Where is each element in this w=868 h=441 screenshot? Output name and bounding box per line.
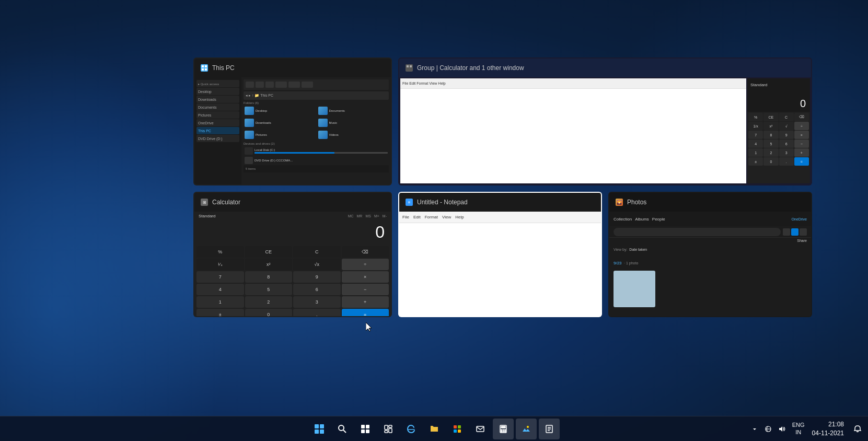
notepad-window[interactable]: ≡ Untitled - Notepad File Edit Format Vi…	[398, 192, 602, 317]
taskbar-notepad-button[interactable]	[539, 419, 560, 439]
notepad-title: Untitled - Notepad	[417, 199, 468, 206]
calc-big-num: 0	[375, 223, 385, 242]
taskbar-calculator-button[interactable]	[493, 419, 514, 439]
calculator-content: Standard MC MR MS M+ M- 0 % CE C ⌫ ¹⁄ₓ x…	[194, 212, 391, 316]
lang-indicator[interactable]: ENG IN	[792, 422, 805, 435]
calculator-icon: ⊞	[201, 199, 208, 206]
cb-eq: =	[342, 309, 389, 317]
svg-point-23	[501, 430, 502, 431]
cb-3: 3	[293, 296, 341, 308]
store-button[interactable]	[447, 419, 468, 439]
svg-rect-9	[366, 425, 369, 428]
cb-c: C	[293, 246, 341, 258]
calc-mem-m+: M+	[374, 214, 379, 218]
sidebar-documents: Documents	[196, 103, 239, 111]
taskbar: ENG IN 21:08 04-11-2021	[0, 416, 868, 441]
notepad-menu-file: File	[402, 215, 409, 219]
drive-d-info: DVD Drive (D:) CCCOMA...	[254, 159, 388, 162]
photos-window[interactable]: 🌄 Photos Collection Albums People OneDri…	[608, 192, 812, 317]
edge-button[interactable]	[401, 419, 422, 439]
photos-share-label: Share	[797, 239, 807, 242]
gcb-ce: CE	[763, 113, 778, 121]
photos-search	[614, 228, 781, 236]
cb-dot: .	[293, 309, 341, 317]
svg-rect-11	[366, 430, 369, 433]
notification-button[interactable]	[851, 423, 864, 435]
svg-rect-19	[458, 430, 461, 433]
photos-year: 9/23 · 1 photo	[609, 255, 811, 269]
tray-chevron[interactable]	[748, 423, 761, 435]
notepad-statusbar: Ln 1 Col 1 100% Windows (CRLF) UTF-8	[399, 316, 601, 317]
cb-sub: −	[342, 284, 389, 295]
group-calculator: Standard 0 % CE C ⌫ 1/x x² √ ÷ 7 8 9	[747, 78, 810, 183]
start-button[interactable]	[309, 419, 330, 439]
search-button[interactable]	[332, 419, 353, 439]
svg-rect-4	[407, 65, 409, 67]
gcb-mul: ×	[794, 131, 809, 139]
tray-network[interactable]	[762, 423, 774, 435]
calc-mem-m-: M-	[383, 214, 387, 218]
svg-line-7	[343, 430, 346, 433]
clock-date: 04-11-2021	[812, 429, 844, 438]
tray-sound[interactable]	[776, 423, 788, 435]
widgets-button[interactable]	[378, 419, 399, 439]
calculator-window[interactable]: ⊞ Calculator Standard MC MR MS M+ M- 0 %…	[193, 192, 392, 317]
photos-nav-people: People	[652, 217, 665, 222]
gcb-add: +	[794, 148, 809, 157]
notepad-body	[399, 223, 601, 316]
group-icon	[406, 64, 413, 72]
folder-documents-label: Documents	[329, 109, 345, 112]
cb-div: ÷	[342, 259, 389, 270]
svg-rect-17	[458, 425, 461, 428]
folder-videos: Videos	[317, 130, 389, 140]
folders-label: Folders (6)	[244, 101, 389, 105]
folder-desktop-label: Desktop	[256, 109, 267, 112]
gcb-1: 1	[748, 148, 763, 157]
sidebar-quickaccess: ▸ Quick access	[196, 80, 239, 87]
clock[interactable]: 21:08 04-11-2021	[809, 419, 847, 439]
explorer-button[interactable]	[424, 419, 445, 439]
svg-rect-18	[454, 430, 457, 433]
folder-videos-icon	[318, 131, 328, 139]
address-text: ◂ ▸ ↑ 📁 This PC	[246, 94, 273, 98]
file-statusbar: 5 items	[244, 165, 389, 172]
drive-c-icon	[245, 147, 253, 155]
taskbar-photos-button[interactable]	[516, 419, 537, 439]
gcb-sq: x²	[763, 122, 778, 130]
mail-button[interactable]	[470, 419, 491, 439]
calc-mem-mr: MR	[357, 214, 363, 218]
cb-1: 1	[196, 296, 244, 308]
sidebar-thispc: This PC	[196, 127, 239, 134]
group-calc-display: 0	[747, 91, 810, 112]
photos-viewby: View by: Date taken	[609, 243, 811, 255]
svg-rect-12	[385, 425, 388, 430]
thispc-title: This PC	[212, 64, 235, 72]
gcb-dot: .	[779, 157, 794, 166]
folder-downloads: Downloads	[244, 118, 316, 128]
cb-9: 9	[293, 271, 341, 283]
drive-c-bar-bg	[254, 152, 388, 154]
photos-nav: Collection Albums People OneDrive	[609, 212, 811, 226]
taskview-button[interactable]	[355, 419, 376, 439]
photos-onedrive: OneDrive	[791, 217, 807, 221]
gcb-c: C	[779, 113, 794, 121]
folder-documents-icon	[318, 107, 328, 115]
calc-std-header: Standard MC MR MS M+ M-	[194, 212, 391, 220]
svg-rect-15	[389, 428, 392, 433]
cb-8: 8	[245, 271, 293, 283]
gcb-3: 3	[779, 148, 794, 157]
logo-sq1	[315, 424, 319, 428]
gcb-back: ⌫	[794, 113, 809, 121]
cb-mul: ×	[342, 271, 389, 283]
cb-sqrt: √x	[293, 259, 341, 270]
notepad-menu-edit: Edit	[413, 215, 421, 219]
logo-sq3	[315, 430, 319, 434]
logo-sq2	[320, 424, 324, 428]
svg-rect-3	[205, 68, 207, 71]
file-toolbar	[244, 79, 389, 90]
group-notepad-body	[400, 89, 746, 183]
photos-grid	[609, 269, 811, 309]
thispc-window[interactable]: This PC ▸ Quick access Desktop Downloads…	[193, 57, 392, 185]
tray-icons	[748, 423, 788, 435]
group-window[interactable]: Group | Calculator and 1 other window Fi…	[398, 57, 812, 185]
